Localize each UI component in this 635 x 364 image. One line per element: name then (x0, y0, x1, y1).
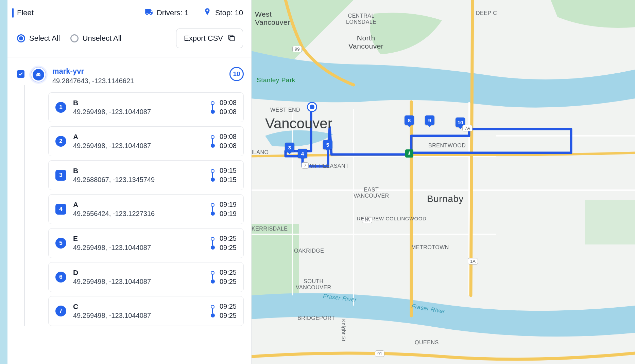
stop-coords: 49.269498, -123.1044087 (73, 278, 204, 286)
map-label-brentwood: BRENTWOOD (428, 143, 466, 149)
stop-coords: 49.2656424, -123.1227316 (73, 210, 204, 218)
unselect-all-label: Unselect All (83, 34, 122, 43)
drivers-stat: Drivers: 1 (144, 7, 189, 18)
map-stop-pin-9[interactable]: 9 (425, 115, 434, 125)
map-label-west-end: WEST END (270, 107, 300, 113)
stop-number-badge: 7 (55, 306, 66, 316)
driver-stop-count-badge: 10 (229, 67, 244, 81)
stop-time-start: 09:25 (220, 268, 237, 277)
stop-time-window: 09:19 09:19 (211, 200, 237, 218)
map-stop-pin-8[interactable]: 8 (405, 115, 414, 125)
csv-icon (228, 34, 235, 43)
map-stop-pin-5[interactable]: 5 (323, 140, 332, 149)
stop-time-window: 09:08 09:08 (211, 132, 237, 150)
unselect-all-radio[interactable]: Unselect All (70, 34, 122, 43)
stop-label: A (73, 201, 204, 209)
hwy-shield: 7A (462, 125, 473, 131)
hwy-shield: 99 (292, 46, 302, 52)
map-label-north-vancouver: NorthVancouver (348, 34, 383, 50)
stop-number-badge: 4 (55, 204, 66, 215)
map-label-kerrisdale: KERRISDALE (252, 226, 288, 232)
stop-time-end: 09:08 (220, 107, 237, 116)
stop-card[interactable]: 2 A 49.269498, -123.1044087 09:08 09:08 (48, 126, 244, 156)
driver-coords: 49.2847643, -123.1146621 (52, 77, 223, 85)
stop-card[interactable]: 7 C 49.269498, -123.1044087 09:25 09:25 (48, 296, 244, 326)
stop-time-window: 09:08 09:08 (211, 98, 237, 116)
stop-time-end: 09:25 (220, 243, 237, 252)
time-indicator-icon (211, 203, 215, 216)
hwy-shield: 91 (375, 350, 384, 357)
map-label-deep-c: DEEP C (476, 10, 497, 16)
hwy-shield: 7 (302, 162, 309, 169)
stop-card[interactable]: 4 A 49.2656424, -123.1227316 09:19 09:19 (48, 194, 244, 224)
stop-coords: 49.269498, -123.1044087 (73, 108, 204, 116)
stop-coords: 49.2688067, -123.1345749 (73, 176, 204, 184)
map-label-west-vancouver: WestVancouver (255, 10, 290, 26)
time-indicator-icon (211, 135, 215, 148)
car-icon (35, 71, 42, 78)
stop-coords: 49.269498, -123.1044087 (73, 244, 204, 252)
park-marker-icon (405, 149, 413, 158)
driver-avatar (31, 67, 46, 83)
stop-coords: 49.269498, -123.1044087 (73, 142, 204, 150)
map-stop-pin-4[interactable]: 4 (298, 149, 307, 158)
stop-card[interactable]: 5 E 49.269498, -123.1044087 09:25 09:25 (48, 228, 244, 258)
map-label-queens: QUEENS (415, 340, 439, 346)
time-indicator-icon (211, 237, 215, 250)
stop-time-window: 09:25 09:25 (211, 302, 237, 320)
tab-indicator (12, 8, 14, 18)
stops-list: 1 B 49.269498, -123.1044087 09:08 09:08 … (48, 92, 244, 326)
map-stop-pin-3[interactable]: 3 (285, 143, 294, 152)
driver-checkbox[interactable] (17, 70, 24, 78)
stop-card[interactable]: 6 D 49.269498, -123.1044087 09:25 09:25 (48, 262, 244, 292)
drivers-count-label: Drivers: 1 (157, 8, 189, 17)
stop-number-badge: 2 (55, 136, 66, 147)
map-label-bridgeport: BRIDGEPORT (297, 315, 335, 321)
stop-time-end: 09:19 (220, 209, 237, 218)
map-label-metrotown: METROTOWN (411, 244, 449, 251)
sidebar-header: Fleet Drivers: 1 Stop: 10 (7, 0, 251, 21)
stop-number-badge: 1 (55, 102, 66, 113)
map-label-east-vancouver: EASTVANCOUVER (354, 187, 389, 199)
stop-label: E (73, 235, 204, 243)
stop-card[interactable]: 3 B 49.2688067, -123.1345749 09:15 09:15 (48, 160, 244, 190)
driver-name: mark-yvr (52, 67, 223, 76)
export-csv-label: Export CSV (184, 34, 223, 43)
export-csv-button[interactable]: Export CSV (176, 29, 243, 48)
time-indicator-icon (211, 169, 215, 182)
radio-icon (70, 34, 79, 42)
select-all-radio[interactable]: Select All (17, 34, 60, 43)
map-label-kitsilano: ILANO (252, 149, 269, 156)
map-label-south-vancouver: SOUTHVANCOUVER (296, 278, 331, 291)
check-icon (18, 71, 23, 77)
driver-row[interactable]: mark-yvr 49.2847643, -123.1146621 10 (17, 67, 244, 85)
time-indicator-icon (211, 271, 215, 284)
truck-icon (144, 7, 153, 18)
stop-label: C (73, 303, 204, 311)
timeline-line (24, 85, 25, 326)
stop-card[interactable]: 1 B 49.269498, -123.1044087 09:08 09:08 (48, 92, 244, 122)
map-label-central-lonsdale: CENTRALLONSDALE (346, 13, 376, 25)
stop-time-end: 09:08 (220, 141, 237, 150)
sidebar-toolbar: Select All Unselect All Export CSV (7, 21, 251, 57)
map-label-oakridge: OAKRIDGE (294, 248, 324, 254)
map-label-vancouver: Vancouver (265, 115, 332, 132)
map[interactable]: 3 4 5 8 9 10 99 7 1A 1A 7A 91 Vancouver … (252, 0, 635, 364)
stop-time-window: 09:15 09:15 (211, 166, 237, 184)
stop-time-start: 09:25 (220, 302, 237, 311)
depot-marker[interactable] (307, 102, 317, 112)
hwy-shield: 1A (468, 258, 478, 265)
stop-time-window: 09:25 09:25 (211, 234, 237, 252)
stop-label: B (73, 99, 204, 107)
page-title: Fleet (17, 8, 34, 17)
driver-list: mark-yvr 49.2847643, -123.1146621 10 1 B… (7, 57, 251, 364)
stop-time-end: 09:25 (220, 277, 237, 286)
svg-rect-4 (585, 200, 635, 244)
svg-rect-1 (230, 36, 234, 41)
stop-label: D (73, 269, 204, 277)
stop-time-start: 09:25 (220, 234, 237, 243)
stop-time-start: 09:19 (220, 200, 237, 209)
select-all-label: Select All (29, 34, 60, 43)
map-label-burnaby: Burnaby (427, 194, 464, 204)
stops-count-label: Stop: 10 (215, 8, 243, 17)
